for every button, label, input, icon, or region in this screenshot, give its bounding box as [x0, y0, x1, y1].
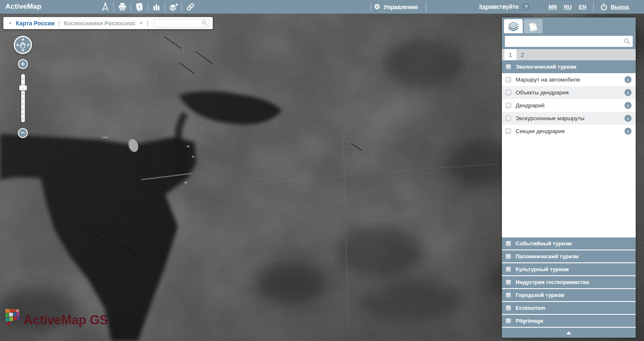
layer-label: Секции дендрария	[516, 128, 565, 134]
lang-mn[interactable]: MN	[548, 4, 557, 10]
collapse-panel-button[interactable]	[502, 327, 636, 338]
layer-row[interactable]: Дендрарийi	[502, 99, 636, 112]
toolbar-divider: |	[58, 20, 60, 27]
layer-checkbox[interactable]	[506, 103, 511, 108]
group-checkbox[interactable]	[506, 267, 511, 272]
print-icon[interactable]	[114, 0, 130, 14]
group-label: Городской туризм	[516, 292, 564, 298]
logout-label: Выход	[611, 4, 629, 10]
layer-info-icon[interactable]: i	[624, 89, 632, 96]
panel-tabs: ?	[502, 17, 636, 33]
group-label: Культурный туризм	[516, 266, 569, 272]
help-book-icon[interactable]: i	[131, 0, 147, 14]
group-checkbox[interactable]	[506, 292, 511, 298]
map-search-input[interactable]	[154, 19, 209, 27]
group-label: Ecotourism	[516, 305, 546, 311]
imagery-selector[interactable]: Космоснимки Роскосмос	[64, 20, 135, 27]
chevron-down-icon[interactable]: ▼	[8, 21, 12, 25]
power-icon	[600, 3, 608, 11]
group-label: Экологический туризм	[516, 64, 576, 70]
zoom-out-button[interactable]: −	[18, 128, 28, 138]
group-label: Паломнический туризм	[516, 253, 578, 259]
zoom-slider-handle[interactable]	[19, 85, 27, 91]
layer-group-header[interactable]: Pilgrimage	[502, 314, 636, 327]
app-logo: ActiveMap	[5, 0, 42, 14]
layer-info-icon[interactable]: i	[624, 76, 632, 83]
layer-search-input[interactable]	[505, 36, 633, 47]
zoom-in-button[interactable]: +	[18, 59, 28, 69]
language-switcher: MN RU EN	[548, 0, 586, 14]
layer-group-header[interactable]: Городской туризм	[502, 288, 636, 301]
management-button[interactable]: ⚙ Управление	[374, 0, 418, 14]
layer-rows: Маршрут на автомобилеiОбъекты дендрарияi…	[502, 73, 636, 138]
layer-search-bar	[502, 33, 636, 49]
group-checkbox[interactable]	[506, 254, 511, 259]
layer-row[interactable]: Секции дендрарияi	[502, 125, 636, 138]
layer-group-header[interactable]: Событийный туризм	[502, 237, 636, 250]
layer-checkbox[interactable]	[506, 128, 511, 134]
group-label: Pilgrimage	[516, 318, 543, 324]
tab-layers[interactable]	[504, 19, 523, 33]
tab-legend[interactable]: ?	[524, 19, 543, 33]
group-checkbox[interactable]	[506, 64, 511, 69]
statistics-icon[interactable]	[148, 0, 165, 14]
layer-checkbox[interactable]	[506, 77, 511, 82]
layers-panel: ? 1 2 Экологический туризм Маршрут на ав…	[502, 17, 636, 338]
base-map-selector[interactable]: Карта России	[16, 20, 55, 27]
chevron-down-icon[interactable]: ▼	[139, 21, 143, 25]
layer-checkbox[interactable]	[506, 116, 511, 121]
collapsed-groups: Событийный туризмПаломнический туризмКул…	[502, 237, 636, 327]
topbar-separator	[426, 2, 426, 12]
measure-icon[interactable]	[97, 0, 113, 14]
gear-icon: ⚙	[374, 3, 380, 10]
help-button[interactable]: ?	[522, 2, 531, 11]
lang-ru[interactable]: RU	[564, 4, 572, 10]
layer-info-icon[interactable]: i	[624, 128, 632, 135]
layer-group-header[interactable]: Экологический туризм	[502, 60, 636, 73]
layer-group-header[interactable]: Ecotourism	[502, 301, 636, 314]
page-tab-2[interactable]: 2	[516, 49, 528, 60]
layers-icon	[508, 22, 519, 31]
layer-label: Дендрарий	[516, 102, 545, 109]
top-bar: ActiveMap	[0, 0, 644, 14]
group-checkbox[interactable]	[506, 279, 511, 285]
layer-group-header[interactable]: Культурный туризм	[502, 262, 636, 275]
page-tab-1[interactable]: 1	[504, 49, 516, 60]
layer-row[interactable]: Объекты дендрарияi	[502, 86, 636, 99]
layer-label: Объекты дендрария	[516, 89, 569, 96]
group-checkbox[interactable]	[506, 305, 511, 311]
search-icon[interactable]	[624, 38, 630, 44]
toolbar-divider: |	[147, 20, 148, 27]
group-checkbox[interactable]	[506, 241, 511, 246]
layer-group-header[interactable]: Паломнический туризм	[502, 250, 636, 262]
pan-hand-icon	[15, 37, 31, 53]
lang-en[interactable]: EN	[579, 4, 586, 10]
greeting-text: Здравствуйте	[479, 0, 519, 14]
layer-group-header[interactable]: Индустрия гостеприимства	[502, 275, 636, 288]
svg-text:?: ?	[533, 22, 536, 27]
pan-control[interactable]	[14, 36, 32, 54]
management-label: Управление	[383, 4, 418, 10]
activemap-app: ActiveMap	[0, 0, 644, 341]
layer-info-icon[interactable]: i	[624, 102, 632, 109]
layer-checkbox[interactable]	[506, 90, 511, 95]
chevron-up-icon	[566, 331, 571, 334]
layer-label: Маршрут на автомобиле	[516, 77, 580, 83]
layer-row[interactable]: Маршрут на автомобилеi	[502, 73, 636, 86]
legend-icon: ?	[528, 22, 539, 31]
search-icon[interactable]	[202, 20, 207, 26]
group-label: Индустрия гостеприимства	[516, 279, 589, 285]
toolbar: i	[97, 0, 199, 14]
group-checkbox[interactable]	[506, 318, 511, 324]
logout-button[interactable]: Выход	[600, 0, 629, 14]
map-toolbar: ▼ Карта России | Космоснимки Роскосмос ▼…	[3, 17, 213, 29]
layer-page-tabs: 1 2	[502, 49, 636, 60]
share-link-icon[interactable]	[182, 0, 199, 14]
layer-row[interactable]: Экскурсионные маршрутыi	[502, 112, 636, 125]
layer-list: Экологический туризм Маршрут на автомоби…	[502, 60, 636, 237]
zoom-slider-track[interactable]	[21, 74, 25, 122]
layer-info-icon[interactable]: i	[624, 115, 632, 122]
add-layer-icon[interactable]	[165, 0, 182, 14]
topbar-separator	[593, 2, 594, 12]
group-label: Событийный туризм	[516, 240, 572, 247]
